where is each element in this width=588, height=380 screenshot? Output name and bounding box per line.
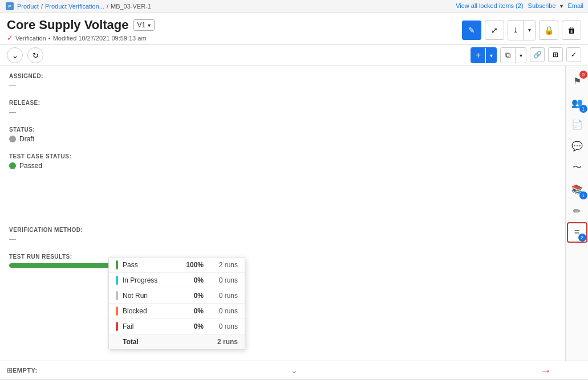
fail-pct: 0% [175,322,204,330]
empty-label-text: EMPTY: [13,367,38,374]
view-locked-link[interactable]: View all locked items (2) [456,2,523,9]
reports-badge: 2 [578,234,586,242]
progress-container [9,263,556,268]
main-toolbar: ⌄ ↻ + ▾ ⧉ ▾ 🔗 ⊞ ✓ [0,44,588,66]
reports-icon-btn[interactable]: ≡ 2 [567,222,587,243]
notrun-name: Not Run [123,292,175,300]
total-runs: 2 runs [204,338,238,346]
verification-check-icon: ✓ [7,34,13,42]
arrow-right-icon: → [540,364,551,377]
breadcrumb-sep2: / [107,3,108,10]
pencil-icon-btn[interactable]: ✏ [567,201,587,221]
test-status-text: Passed [19,162,42,170]
header-actions: ✎ ⤢ ⤓ ▾ 🔒 🗑 [462,20,581,40]
collapse-chevron[interactable]: ⌄ [291,366,298,375]
move-dropdown-button[interactable]: ▾ [524,21,535,40]
subtitle: ✓ Verification • Modified 10/27/2021 09:… [7,34,155,42]
release-value: — [9,108,556,116]
blocked-runs: 0 runs [204,307,238,315]
release-label: RELEASE: [9,100,556,106]
toolbar-right: + ▾ ⧉ ▾ 🔗 ⊞ ✓ [471,47,581,63]
breadcrumb-product[interactable]: Product [17,3,39,10]
version-label: V1 [137,21,146,29]
verification-method-field: VERIFICATION METHOD: — [9,227,556,243]
pencil-icon: ✏ [573,206,581,216]
comment-icon: 💬 [571,141,583,152]
top-right-bar: View all locked items (2) Subscribe ▾ Em… [456,2,583,9]
lock-button[interactable]: 🔒 [539,21,558,40]
stats-row-pass: Pass 100% 2 runs [109,258,245,273]
refresh-button[interactable]: ↻ [27,47,43,63]
stats-row-inprogress: In Progress 0% 0 runs [109,273,245,288]
header-section: Core Supply Voltage V1 ▾ ✓ Verification … [0,13,588,44]
test-case-status-label: TEST CASE STATUS: [9,153,556,160]
users-icon-btn[interactable]: 👥 1 [567,92,587,113]
library-badge: 1 [579,191,587,199]
flag-icon-btn[interactable]: ⚑ 0 [567,71,587,91]
move-main-button[interactable]: ⤓ [508,21,524,40]
progress-bar-outer [9,263,123,268]
subscribe-link[interactable]: Subscribe [528,2,556,9]
test-status-dot [9,162,16,169]
assigned-label: ASSIGNED: [9,73,556,79]
link-button[interactable]: 🔗 [530,47,545,62]
move-button-split: ⤓ ▾ [508,20,536,40]
subtitle-modified: Modified 10/27/2021 09:59:13 am [53,35,147,42]
main-content: ASSIGNED: — RELEASE: — STATUS: Draft TES… [0,66,565,361]
delete-button[interactable]: 🗑 [562,21,581,40]
add-button-split: + ▾ [471,47,497,63]
pass-color [116,260,118,269]
breadcrumb-current: MB_03-VER-1 [111,3,151,10]
breadcrumb-verification[interactable]: Product Verification... [45,3,104,10]
inprogress-pct: 0% [175,276,204,284]
version-chevron: ▾ [148,22,151,28]
verification-method-label: VERIFICATION METHOD: [9,227,556,233]
test-case-status-field: TEST CASE STATUS: Passed [9,153,556,170]
subscribe-chevron[interactable]: ▾ [560,3,563,9]
document-icon-btn[interactable]: 📄 [567,114,587,134]
section-toggle[interactable]: ⊞ [7,366,13,374]
blocked-pct: 0% [175,307,204,315]
activity-icon-btn[interactable]: 〜 [567,157,587,178]
assigned-field: ASSIGNED: — [9,73,556,89]
test-run-results-field: TEST RUN RESULTS: [9,254,556,268]
progress-bar-inner [9,263,123,268]
status-label: STATUS: [9,126,556,133]
stats-row-blocked: Blocked 0% 0 runs [109,304,245,319]
page-title: Core Supply Voltage [7,18,129,32]
users-badge: 1 [579,105,587,113]
library-icon-btn[interactable]: 📚 1 [567,179,587,199]
right-sidebar: ⚑ 0 👥 1 📄 💬 〜 📚 1 ✏ ≡ 2 [565,66,588,361]
test-case-status-value: Passed [9,162,556,170]
arrow-container: → [540,364,554,377]
clone-dropdown-button[interactable]: ▾ [516,48,526,63]
status-text: Draft [19,135,34,143]
pass-pct: 100% [175,261,204,269]
status-value: Draft [9,135,556,143]
notrun-pct: 0% [175,292,204,300]
stats-row-total: Total 2 runs [109,334,245,349]
empty-row: ⊞ EMPTY: → ⌄ [0,361,588,380]
inprogress-runs: 0 runs [204,276,238,284]
email-link[interactable]: Email [567,2,583,9]
comment-icon-btn[interactable]: 💬 [567,136,587,156]
edit-button[interactable]: ✎ [462,21,481,40]
status-field: STATUS: Draft [9,126,556,143]
notrun-runs: 0 runs [204,292,238,300]
flag-badge: 0 [579,71,587,79]
collapse-button[interactable]: ⌄ [7,47,23,63]
title-row: Core Supply Voltage V1 ▾ [7,18,155,32]
clone-button-split: ⧉ ▾ [500,47,526,63]
total-color [116,337,118,346]
product-icon: P [6,2,14,10]
test-run-results-label: TEST RUN RESULTS: [9,254,556,260]
grid-button[interactable]: ⊞ [548,47,563,62]
add-dropdown-button[interactable]: ▾ [486,48,496,63]
check-button[interactable]: ✓ [566,47,581,62]
add-main-button[interactable]: + [471,48,486,63]
document-icon: 📄 [571,119,583,130]
clone-main-button[interactable]: ⧉ [501,48,516,63]
version-badge[interactable]: V1 ▾ [133,19,155,31]
share-button[interactable]: ⤢ [485,21,504,40]
blocked-name: Blocked [123,307,175,315]
